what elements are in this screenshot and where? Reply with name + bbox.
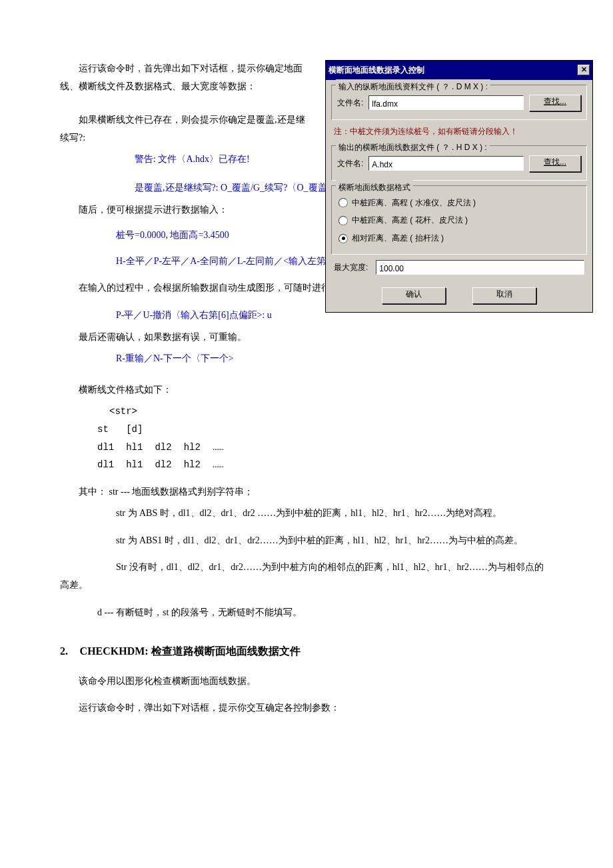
- fmt-cell: hl2: [184, 456, 213, 474]
- ok-button[interactable]: 确认: [382, 287, 446, 304]
- paragraph: 运行该命令时，弹出如下对话框，提示你交互确定各控制参数：: [60, 699, 553, 717]
- fmt-cell: [d]: [126, 421, 155, 439]
- group-data-format-label: 横断地面线数据格式: [336, 180, 413, 195]
- output-file-field[interactable]: A.hdx: [368, 156, 524, 171]
- radio-icon: [338, 234, 348, 243]
- max-width-field[interactable]: 100.00: [376, 260, 584, 275]
- input-file-field[interactable]: lfa.dmx: [368, 95, 524, 110]
- section-2-number: 2.: [60, 641, 77, 661]
- group-output-file-label: 输出的横断地面线数据文件 ( ？ . H D X ) :: [336, 140, 490, 155]
- group-input-file-label: 输入的纵断地面线资料文件 ( ？ . D M X ) :: [336, 79, 490, 95]
- fmt-cell: dl1: [97, 439, 126, 457]
- radio-icon: [338, 198, 348, 207]
- where-d: d --- 有断链时，st 的段落号，无断链时不能填写。: [60, 604, 553, 622]
- where-abs1: str 为 ABS1 时，dl1、dl2、dr1、dr2……为到中桩的距离，hl…: [60, 532, 553, 550]
- input-note: 注：中桩文件须为连续桩号，如有断链请分段输入！: [326, 123, 592, 141]
- paragraph: 运行该命令时，首先弹出如下对话框，提示你确定地面线、横断线文件及数据格式、最大宽…: [60, 60, 306, 95]
- radio-option-2[interactable]: 中桩距离、高差 ( 花杆、皮尺法 ): [338, 213, 580, 228]
- format-heading: 横断线文件格式如下：: [60, 381, 553, 399]
- radio-icon: [338, 216, 348, 225]
- output-file-label: 文件名:: [337, 156, 363, 171]
- browse-input-button[interactable]: 查找...: [529, 95, 581, 111]
- radio-label-2: 中桩距离、高差 ( 花杆、皮尺法 ): [352, 213, 468, 228]
- browse-output-button[interactable]: 查找...: [529, 155, 581, 172]
- cli-line-r-prompt: R-重输／N-下一个〈下一个>: [60, 350, 553, 368]
- fmt-cell: dl2: [155, 439, 183, 457]
- radio-option-1[interactable]: 中桩距离、高程 ( 水准仪、皮尺法 ): [338, 195, 580, 211]
- radio-option-3[interactable]: 相对距离、高差 ( 抬杆法 ): [338, 231, 580, 246]
- where-lead: 其中： str --- 地面线数据格式判别字符串；: [60, 483, 553, 501]
- group-data-format: 横断地面线数据格式 中桩距离、高程 ( 水准仪、皮尺法 ) 中桩距离、高差 ( …: [331, 185, 587, 255]
- where-none: Str 没有时，dl1、dl2、dr1、dr2……为到中桩方向的相邻点的距离，h…: [60, 559, 553, 594]
- paragraph: 该命令用以图形化检查横断面地面线数据。: [60, 673, 553, 691]
- fmt-cell: ……: [213, 439, 236, 457]
- cancel-button[interactable]: 取消: [472, 287, 536, 304]
- group-output-file: 输出的横断地面线数据文件 ( ？ . H D X ) : 文件名: A.hdx …: [331, 145, 587, 181]
- fmt-cell: dl2: [155, 456, 183, 474]
- format-table: <str> st [d] dl1 hl1 dl2 hl2 …… dl1 hl1 …: [97, 403, 236, 473]
- section-2-title: CHECKHDM: 检查道路横断面地面线数据文件: [80, 645, 301, 657]
- fmt-cell: ……: [213, 456, 236, 474]
- radio-label-3: 相对距离、高差 ( 抬杆法 ): [352, 231, 444, 246]
- max-width-label: 最大宽度:: [334, 260, 368, 275]
- dialog-cross-section-input: 横断面地面线数据录入控制 ✕ 输入的纵断地面线资料文件 ( ？ . D M X …: [325, 60, 593, 313]
- dialog-title: 横断面地面线数据录入控制: [328, 63, 424, 78]
- input-file-label: 文件名:: [337, 95, 363, 111]
- paragraph: 最后还需确认，如果数据有误，可重输。: [60, 329, 553, 347]
- fmt-cell: <str>: [97, 403, 236, 421]
- dialog-titlebar[interactable]: 横断面地面线数据录入控制 ✕: [326, 61, 592, 80]
- fmt-cell: hl1: [126, 456, 155, 474]
- section-2-heading: 2. CHECKHDM: 检查道路横断面地面线数据文件: [60, 641, 553, 661]
- close-icon[interactable]: ✕: [578, 65, 590, 75]
- fmt-cell: dl1: [97, 456, 126, 474]
- where-abs: str 为 ABS 时，dl1、dl2、dr1、dr2 ……为到中桩的距离，hl…: [60, 505, 553, 523]
- fmt-cell: st: [97, 421, 126, 439]
- radio-label-1: 中桩距离、高程 ( 水准仪、皮尺法 ): [352, 195, 476, 211]
- paragraph: 如果横断线文件已存在，则会提示你确定是覆盖,还是继续写?:: [60, 111, 306, 147]
- fmt-cell: hl2: [184, 439, 213, 457]
- fmt-cell: hl1: [126, 439, 155, 457]
- group-input-file: 输入的纵断地面线资料文件 ( ？ . D M X ) : 文件名: lfa.dm…: [331, 85, 587, 120]
